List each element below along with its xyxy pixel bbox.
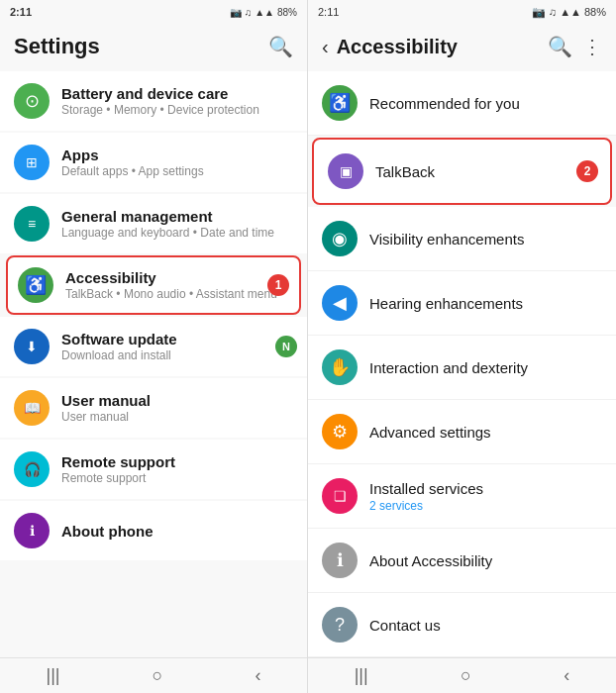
talkback-icon: ▣ [328, 153, 363, 189]
recommended-label: Recommended for you [369, 95, 602, 112]
right-item-interaction[interactable]: ✋ Interaction and dexterity [308, 336, 616, 400]
contact-label: Contact us [369, 617, 602, 634]
right-item-hearing[interactable]: ◀ Hearing enhancements [308, 271, 616, 336]
advanced-label: Advanced settings [369, 424, 602, 441]
about-phone-icon: ℹ [14, 513, 50, 548]
wifi-icon: ▲▲ [255, 7, 274, 18]
general-icon: ≡ [14, 206, 50, 242]
right-title: Accessibility [337, 36, 540, 58]
right-item-visibility[interactable]: ◉ Visibility enhancements [308, 207, 616, 271]
talkback-label: TalkBack [375, 163, 596, 180]
left-status-icons: 📷 ♫ ▲▲ 88% [230, 7, 297, 18]
left-status-bar: 2:11 📷 ♫ ▲▲ 88% [0, 0, 307, 22]
manual-label: User manual [61, 392, 293, 409]
apps-icon: ⊞ [14, 145, 50, 180]
right-panel: 2:11 📷 ♫ ▲▲ 88% ‹ Accessibility 🔍 ⋮ ♿ Re… [308, 0, 616, 693]
right-item-installed[interactable]: ❏ Installed services 2 services [308, 464, 616, 529]
advanced-icon: ⚙ [322, 414, 358, 449]
contact-icon: ? [322, 607, 358, 643]
settings-item-general[interactable]: ≡ General management Language and keyboa… [0, 194, 307, 253]
search-icon[interactable]: 🔍 [268, 35, 293, 58]
back-arrow-icon[interactable]: ‹ [322, 36, 329, 58]
right-home-btn[interactable]: ○ [461, 665, 471, 686]
settings-item-remote[interactable]: 🎧 Remote support Remote support [0, 440, 307, 499]
left-menu-btn[interactable]: ||| [47, 665, 60, 686]
remote-label: Remote support [61, 453, 293, 470]
settings-item-manual[interactable]: 📖 User manual User manual [0, 378, 307, 438]
installed-label: Installed services [369, 480, 602, 497]
camera-icon: 📷 [230, 7, 242, 18]
battery-label: Battery and device care [61, 85, 293, 102]
hearing-icon: ◀ [322, 285, 358, 321]
right-search-icon[interactable]: 🔍 [548, 35, 572, 58]
accessibility-badge: 1 [267, 274, 289, 296]
accessibility-menu-list: ♿ Recommended for you ▣ TalkBack 2 ◉ Vis… [308, 71, 616, 657]
right-item-recommended[interactable]: ♿ Recommended for you [308, 71, 616, 136]
right-header-icons: 🔍 ⋮ [548, 35, 602, 58]
right-menu-btn[interactable]: ||| [355, 665, 368, 686]
software-sub: Download and install [61, 348, 293, 362]
right-bottom-nav: ||| ○ ‹ [308, 657, 616, 693]
settings-list: ⊙ Battery and device care Storage • Memo… [0, 71, 307, 657]
left-panel: 2:11 📷 ♫ ▲▲ 88% Settings 🔍 ⊙ Battery and… [0, 0, 308, 693]
music-icon: ♫ [245, 7, 253, 18]
settings-item-battery[interactable]: ⊙ Battery and device care Storage • Memo… [0, 71, 307, 131]
settings-item-software[interactable]: ⬇ Software update Download and install N [0, 317, 307, 376]
right-time: 2:11 [318, 6, 339, 18]
visibility-icon: ◉ [322, 221, 358, 256]
software-badge-n: N [275, 336, 297, 357]
right-back-btn[interactable]: ‹ [564, 665, 569, 686]
left-header: Settings 🔍 [0, 22, 307, 71]
about-acc-label: About Accessibility [369, 552, 602, 569]
right-battery: 88% [584, 6, 606, 18]
installed-sub: 2 services [369, 499, 602, 513]
settings-item-about-phone[interactable]: ℹ About phone [0, 501, 307, 560]
manual-sub: User manual [61, 410, 293, 424]
battery-left: 88% [277, 7, 297, 18]
left-time: 2:11 [10, 6, 32, 18]
talkback-badge: 2 [576, 160, 598, 182]
left-home-btn[interactable]: ○ [153, 665, 163, 686]
interaction-label: Interaction and dexterity [369, 359, 602, 376]
right-item-talkback[interactable]: ▣ TalkBack 2 [312, 138, 612, 205]
settings-item-apps[interactable]: ⊞ Apps Default apps • App settings [0, 133, 307, 192]
battery-sub: Storage • Memory • Device protection [61, 103, 293, 117]
apps-sub: Default apps • App settings [61, 164, 293, 178]
apps-label: Apps [61, 147, 293, 163]
software-label: Software update [61, 331, 293, 347]
settings-item-accessibility[interactable]: ♿ Accessibility TalkBack • Mono audio • … [6, 255, 301, 315]
right-header-bar: ‹ Accessibility 🔍 ⋮ [308, 22, 616, 71]
accessibility-label: Accessibility [65, 269, 289, 286]
left-back-btn[interactable]: ‹ [255, 665, 260, 686]
right-more-icon[interactable]: ⋮ [582, 35, 602, 58]
visibility-label: Visibility enhancements [369, 231, 602, 248]
right-status-icons: 📷 ♫ ▲▲ 88% [532, 6, 606, 19]
hearing-label: Hearing enhancements [369, 295, 602, 312]
about-acc-icon: ℹ [322, 543, 358, 578]
general-sub: Language and keyboard • Date and time [61, 226, 293, 240]
remote-icon: 🎧 [14, 451, 50, 487]
left-title: Settings [14, 34, 100, 59]
battery-icon: ⊙ [14, 83, 50, 119]
about-phone-label: About phone [61, 523, 293, 540]
accessibility-sub: TalkBack • Mono audio • Assistant menu [65, 287, 289, 301]
right-item-advanced[interactable]: ⚙ Advanced settings [308, 400, 616, 464]
remote-sub: Remote support [61, 471, 293, 485]
software-icon: ⬇ [14, 329, 50, 364]
recommended-icon: ♿ [322, 85, 358, 121]
manual-icon: 📖 [14, 390, 50, 426]
right-status-bar: 2:11 📷 ♫ ▲▲ 88% [308, 0, 616, 22]
installed-icon: ❏ [322, 478, 358, 514]
interaction-icon: ✋ [322, 349, 358, 385]
right-item-contact[interactable]: ? Contact us [308, 593, 616, 657]
left-bottom-nav: ||| ○ ‹ [0, 657, 307, 693]
right-item-about-acc[interactable]: ℹ About Accessibility [308, 529, 616, 593]
accessibility-icon: ♿ [18, 267, 53, 303]
general-label: General management [61, 208, 293, 225]
